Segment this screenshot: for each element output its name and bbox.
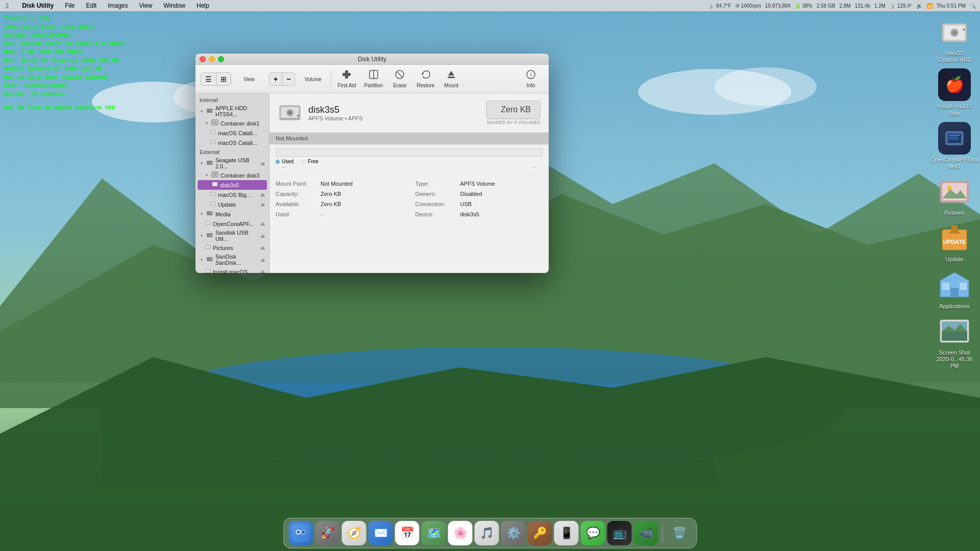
dock-mail[interactable]: ✉️ bbox=[369, 521, 393, 545]
svg-point-91 bbox=[297, 531, 300, 534]
disk3s5-icon bbox=[212, 181, 218, 189]
dock-systemprefs[interactable]: ⚙️ bbox=[501, 521, 526, 545]
edit-menu[interactable]: Edit bbox=[84, 1, 99, 10]
svg-point-50 bbox=[211, 110, 212, 111]
dock-calendar[interactable]: 📅 bbox=[395, 521, 420, 545]
svg-rect-21 bbox=[949, 139, 959, 140]
disk-status: 131.4k bbox=[855, 3, 870, 9]
view-toolbar-btn[interactable]: View bbox=[236, 74, 262, 84]
dock-safari[interactable]: 🧭 bbox=[342, 521, 366, 545]
dock-facetime[interactable]: 📹 bbox=[634, 521, 658, 545]
dock-maps[interactable]: 🗺️ bbox=[422, 521, 446, 545]
update-eject-icon[interactable]: ⏏ bbox=[260, 202, 265, 207]
maximize-button[interactable] bbox=[218, 56, 224, 62]
pictures-eject-icon[interactable]: ⏏ bbox=[260, 245, 265, 251]
dock-keychain[interactable]: 🔑 bbox=[528, 521, 552, 545]
images-menu[interactable]: Images bbox=[106, 1, 130, 10]
dock-tv[interactable]: 📺 bbox=[607, 521, 632, 545]
sidebar-item-install-macos[interactable]: Install macOS... ⏏ bbox=[195, 267, 269, 273]
sidebar-item-container-disk1[interactable]: ▼ Container disk1 bbox=[195, 118, 269, 128]
connection-row: Connection: USB bbox=[409, 199, 549, 209]
sandisk-sandisk-eject[interactable]: ⏏ bbox=[260, 257, 265, 263]
menubar:  Disk Utility File Edit Images View Win… bbox=[0, 0, 980, 11]
container3-icon bbox=[211, 171, 218, 179]
sidebar-item-sandisk-sandisk[interactable]: ▼ SanDisk SanDisk... ⏏ bbox=[195, 253, 269, 267]
sidebar-item-apple-hdd[interactable]: ▼ APPLE HDD HTS54... bbox=[195, 104, 269, 118]
file-menu[interactable]: File bbox=[63, 1, 77, 10]
seagate-drive-icon bbox=[206, 160, 213, 167]
desktop-icon-screenshot[interactable]: Screen Shot 2020-0...45.36 PM bbox=[934, 315, 975, 370]
sidebar-item-container-disk3[interactable]: ▼ Container disk3 bbox=[195, 170, 269, 180]
dock-photos[interactable]: 🌸 bbox=[448, 521, 473, 545]
sidebar-item-media[interactable]: ▼ Media bbox=[195, 209, 269, 219]
sidebar-item-sandisk-util[interactable]: ▼ Sandisk USB Util... ⏏ bbox=[195, 229, 269, 243]
macos-big-eject-icon[interactable]: ⏏ bbox=[260, 192, 265, 197]
sidebar-item-seagate[interactable]: ▼ Seagate USB 2.0... ⏏ bbox=[195, 156, 269, 170]
sidebar-item-update[interactable]: Update ⏏ bbox=[195, 199, 269, 209]
app-name-menu[interactable]: Disk Utility bbox=[20, 1, 56, 10]
help-menu[interactable]: Help bbox=[194, 1, 211, 10]
restore-btn[interactable]: Restore bbox=[412, 67, 438, 90]
drive-icon bbox=[206, 108, 213, 115]
desktop-icon-update[interactable]: UPDATE Update bbox=[934, 221, 975, 263]
dock-trash[interactable]: 🗑️ bbox=[667, 521, 692, 545]
svg-rect-19 bbox=[949, 135, 960, 136]
svg-text:i: i bbox=[530, 71, 532, 78]
disk-icon bbox=[278, 101, 302, 125]
sandisk-util-eject[interactable]: ⏏ bbox=[260, 233, 265, 239]
svg-rect-52 bbox=[213, 121, 217, 124]
first-aid-btn[interactable]: First Aid bbox=[333, 67, 360, 90]
erase-btn[interactable]: Erase bbox=[387, 67, 412, 90]
pictures-vol-icon bbox=[205, 244, 211, 252]
svg-rect-74 bbox=[206, 245, 210, 248]
partition-btn[interactable]: Partition bbox=[360, 67, 387, 90]
install-macos-eject[interactable]: ⏏ bbox=[260, 269, 265, 273]
sidebar-item-pictures[interactable]: Pictures ⏏ bbox=[195, 243, 269, 253]
sidebar-item-opencore[interactable]: OpenCoreAPF... ⏏ bbox=[195, 219, 269, 229]
minimize-button[interactable] bbox=[209, 56, 215, 62]
info-btn-toolbar[interactable]: i Info bbox=[518, 67, 544, 90]
sidebar-item-macos-2[interactable]: macOS Catali... bbox=[195, 138, 269, 147]
view-menu[interactable]: View bbox=[137, 1, 155, 10]
free-legend: Free bbox=[302, 159, 318, 164]
svg-rect-39 bbox=[342, 73, 351, 76]
mount-btn[interactable]: Mount bbox=[438, 67, 464, 90]
volume-toolbar-btn[interactable]: Volume bbox=[300, 74, 326, 84]
available-row: Available: Zero KB bbox=[270, 199, 409, 209]
sidebar-toggle-btn[interactable]: ☰ bbox=[201, 73, 216, 85]
apple-menu[interactable]:  bbox=[4, 1, 11, 11]
sidebar-item-disk3s5[interactable]: disk3s5 bbox=[198, 180, 267, 190]
view-toggle-btn[interactable]: ⊞ bbox=[216, 73, 231, 85]
desktop-icon-install-macos[interactable]: 🍎 Install macOS Beta bbox=[934, 68, 975, 116]
cpu-status: 2.8M bbox=[839, 3, 850, 9]
opencore-eject-icon[interactable]: ⏏ bbox=[260, 221, 265, 227]
seagate-eject-icon[interactable]: ⏏ bbox=[260, 161, 265, 166]
desktop-icon-applications[interactable]: Applications bbox=[934, 268, 975, 310]
dock-messages[interactable]: 💬 bbox=[581, 521, 605, 545]
close-button[interactable] bbox=[200, 56, 206, 62]
remove-volume-btn[interactable]: − bbox=[282, 73, 295, 85]
dock-finder[interactable] bbox=[289, 521, 313, 545]
used-storage-value: -- bbox=[282, 164, 285, 170]
svg-rect-62 bbox=[213, 183, 217, 186]
sidebar-item-macos-big[interactable]: macOS Big... ⏏ bbox=[195, 190, 269, 199]
desktop-icon-opencore[interactable]: OpenCoreAPFSloa der3 bbox=[934, 122, 975, 170]
desktop-icon-pictures[interactable]: Pictures bbox=[934, 175, 975, 216]
toolbar-separator-1 bbox=[331, 70, 331, 88]
dock-music[interactable]: 🎵 bbox=[475, 521, 499, 545]
window-menu[interactable]: Window bbox=[161, 1, 187, 10]
search-status[interactable]: 🔍 bbox=[970, 3, 976, 9]
disk-size-button[interactable]: Zero KB bbox=[486, 101, 541, 119]
desktop-icon-catalina-hdd[interactable]: macOS Catalina HDD bbox=[934, 15, 975, 63]
add-volume-btn[interactable]: + bbox=[270, 73, 282, 85]
dock-iphone[interactable]: 📱 bbox=[554, 521, 579, 545]
svg-rect-32 bbox=[960, 283, 967, 290]
sidebar-item-macos-1[interactable]: macOS Catali... bbox=[195, 128, 269, 138]
network-status: 10,973,894 bbox=[765, 3, 791, 9]
svg-point-10 bbox=[715, 67, 817, 106]
svg-rect-54 bbox=[211, 131, 215, 134]
dock-launchpad[interactable]: 🚀 bbox=[315, 521, 340, 545]
battery-status: 🔋 38% bbox=[795, 3, 813, 9]
svg-text:UPDATE: UPDATE bbox=[943, 239, 966, 245]
opencore-icon bbox=[205, 220, 211, 228]
